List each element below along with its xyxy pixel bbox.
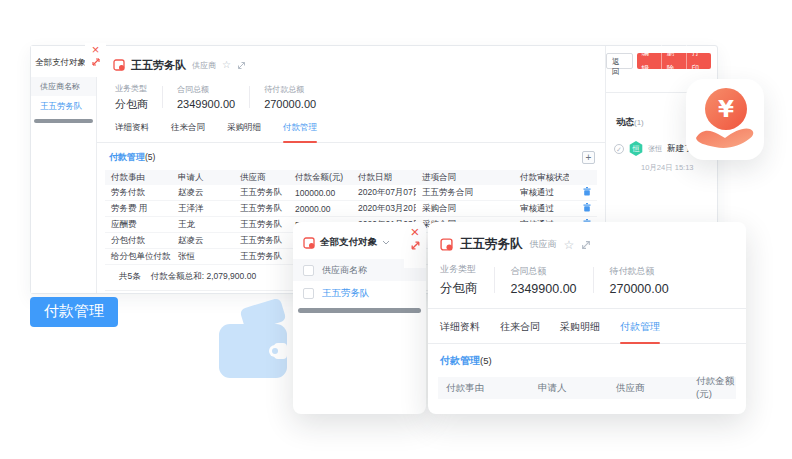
close-icon[interactable]: × <box>92 43 100 57</box>
page-title: 王五劳务队 <box>131 58 186 73</box>
amount-cell: 100000.00 <box>289 188 352 198</box>
date-cell: 2020年07月07日 <box>352 187 416 199</box>
info-label: 业务类型 <box>440 263 478 276</box>
front-supplier-detail-panel: 王五劳务队 供应商 ☆ 业务类型 分包商 合同总额 2349900.00 待付款… <box>428 222 746 414</box>
front-panel-controls: × <box>404 222 426 268</box>
tab-payment-management[interactable]: 付款管理 <box>620 320 660 334</box>
yen-hand-icon: ¥ <box>693 86 757 154</box>
applicant-cell: 赵凌云 <box>172 187 234 199</box>
tab-purchase-detail[interactable]: 采购明细 <box>560 320 600 334</box>
expand-arrow-icon[interactable] <box>410 240 421 251</box>
sum-label: 付款金额总和: <box>151 271 204 281</box>
star-icon[interactable]: ☆ <box>564 240 575 250</box>
list-panel-title-label: 全部支付对象 <box>35 57 86 69</box>
contract-link[interactable]: 采购合同 <box>416 203 514 215</box>
info-label: 待付款总额 <box>610 265 669 278</box>
row-checkbox[interactable] <box>303 288 314 299</box>
payment-reason-link[interactable]: 劳务付款 <box>105 187 172 199</box>
select-all-checkbox[interactable] <box>303 265 314 276</box>
amount-cell: 20000.00 <box>289 204 352 214</box>
print-button[interactable]: 打印 <box>686 45 711 77</box>
table-row[interactable]: 劳务费 用 王泽洋 王五劳务队 20000.00 2020年03月20日 采购合… <box>105 201 597 217</box>
applicant-cell: 赵凌云 <box>172 235 234 247</box>
supplier-tag: 供应商 <box>192 60 216 71</box>
tab-payment-management[interactable]: 付款管理 <box>283 122 317 134</box>
feed-user: 张恒 <box>648 144 662 154</box>
applicant-cell: 王龙 <box>172 219 234 231</box>
page: 全部支付对象 × 供应商名称 王五劳务队 <box>0 0 792 459</box>
back-button[interactable]: 返回 <box>606 53 633 69</box>
share-icon[interactable] <box>581 240 591 250</box>
payment-reason-link[interactable]: 应酬费 <box>105 219 172 231</box>
tab-contracts[interactable]: 往来合同 <box>500 320 540 334</box>
supplier-link[interactable]: 王五劳务队 <box>234 203 289 215</box>
status-cell: 审核通过 <box>514 203 569 215</box>
info-value: 分包商 <box>440 280 478 297</box>
front-list-title: 全部支付对象 <box>320 236 377 249</box>
tab-contracts[interactable]: 往来合同 <box>171 122 205 134</box>
list-item-supplier[interactable]: 王五劳务队 <box>31 96 96 117</box>
info-value: 2349900.00 <box>511 282 577 296</box>
applicant-cell: 张恒 <box>172 251 234 263</box>
tab-purchase-detail[interactable]: 采购明细 <box>227 122 261 134</box>
trash-icon[interactable] <box>583 203 591 212</box>
share-icon[interactable] <box>237 61 246 70</box>
front-payment-target-panel: 全部支付对象 × 供应商名称 王五劳务队 <box>293 222 426 414</box>
add-payment-button[interactable]: + <box>582 151 595 164</box>
contract-link[interactable]: 王五劳务合同 <box>416 187 514 199</box>
info-label: 合同总额 <box>177 84 235 95</box>
section-count: (5) <box>145 152 155 162</box>
document-icon <box>113 59 125 71</box>
supplier-link[interactable]: 王五劳务队 <box>234 235 289 247</box>
front-detail-titlebar: 王五劳务队 供应商 ☆ <box>428 222 746 253</box>
payment-reason-link[interactable]: 分包付款 <box>105 235 172 247</box>
tab-detail-info[interactable]: 详细资料 <box>115 122 149 134</box>
summary-info-row: 业务类型 分包商 合同总额 2349900.00 待付款总额 270000.00 <box>440 263 746 297</box>
feed-count: (1) <box>634 118 644 127</box>
front-list-row[interactable]: 王五劳务队 <box>293 281 426 305</box>
page-title: 王五劳务队 <box>460 236 523 253</box>
col-header: 申请人 <box>530 382 608 395</box>
horizontal-scrollbar[interactable] <box>34 119 93 123</box>
supplier-link[interactable]: 王五劳务队 <box>234 219 289 231</box>
star-icon[interactable]: ☆ <box>222 60 231 70</box>
supplier-link[interactable]: 王五劳务队 <box>322 287 370 300</box>
col-header: 付款日期 <box>352 172 416 184</box>
supplier-link[interactable]: 王五劳务队 <box>234 251 289 263</box>
supplier-tag: 供应商 <box>530 238 557 251</box>
avatar: 恒 <box>629 141 643 156</box>
section-title: 付款管理 <box>440 355 480 366</box>
payment-reason-link[interactable]: 给分包单位付款 <box>105 251 172 263</box>
document-icon <box>440 238 453 251</box>
horizontal-scrollbar[interactable] <box>298 308 421 313</box>
document-icon <box>303 237 315 249</box>
detail-titlebar: 王五劳务队 供应商 ☆ <box>97 46 605 74</box>
info-value: 270000.00 <box>610 282 669 296</box>
close-icon[interactable]: × <box>411 224 420 240</box>
supplier-link[interactable]: 王五劳务队 <box>234 187 289 199</box>
date-cell: 2020年03月20日 <box>352 203 416 215</box>
table-header-row: 付款事由 申请人 供应商 付款金额(元) 付款日期 进项合同 付款审核状态 <box>105 170 597 185</box>
tab-detail-info[interactable]: 详细资料 <box>440 320 480 334</box>
payment-feature-icon: ¥ <box>686 79 764 160</box>
expand-arrow-icon[interactable] <box>91 57 101 67</box>
col-header: 付款事由 <box>438 382 530 395</box>
col-header: 付款事由 <box>105 172 172 184</box>
detail-tabs: 详细资料 往来合同 采购明细 付款管理 <box>428 309 746 344</box>
col-header: 申请人 <box>172 172 234 184</box>
payment-management-badge: 付款管理 <box>30 297 118 327</box>
payment-reason-link[interactable]: 劳务费 用 <box>105 203 172 215</box>
trash-icon[interactable] <box>583 187 591 196</box>
section-count: (5) <box>480 355 492 366</box>
col-header: 进项合同 <box>416 172 514 184</box>
list-column-header: 供应商名称 <box>31 77 96 96</box>
info-label: 合同总额 <box>511 265 577 278</box>
status-cell: 审核通过 <box>514 187 569 199</box>
delete-button[interactable]: 删除 <box>661 45 686 77</box>
edit-button[interactable]: 编辑 <box>637 45 661 77</box>
table-row[interactable]: 劳务付款 赵凌云 王五劳务队 100000.00 2020年07月07日 王五劳… <box>105 185 597 201</box>
check-circle-icon: ✓ <box>614 144 624 154</box>
payment-section-header: 付款管理(5) + <box>109 151 595 164</box>
col-header: 付款金额(元) <box>688 375 736 401</box>
section-title: 付款管理 <box>109 152 145 162</box>
